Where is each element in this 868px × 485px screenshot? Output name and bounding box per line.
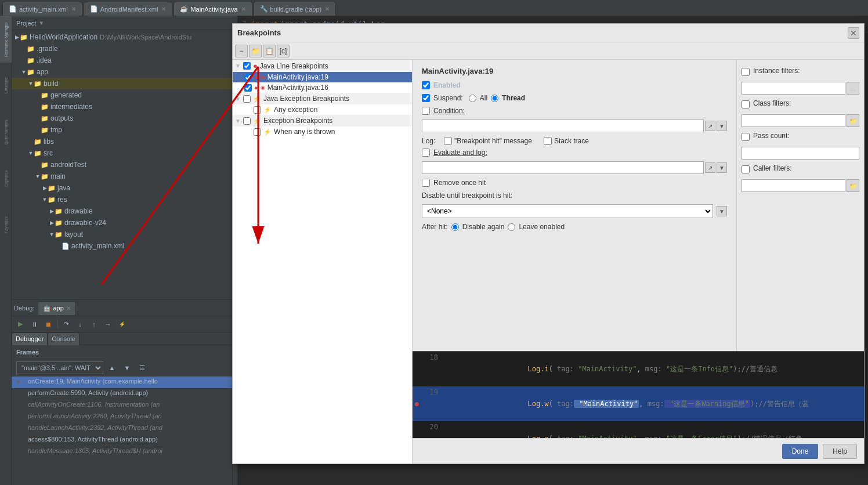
group-btn[interactable]: [c] bbox=[277, 45, 290, 57]
help-button[interactable]: Help bbox=[823, 444, 857, 459]
any-exception-checkbox[interactable] bbox=[254, 106, 261, 114]
bp-checkbox-16[interactable] bbox=[244, 84, 252, 92]
caller-filters-folder-btn[interactable]: 📁 bbox=[847, 179, 859, 192]
frame-item-2[interactable]: callActivityOnCreate:1106, Instrumentati… bbox=[12, 400, 232, 411]
frame-item-0[interactable]: ● onCreate:19, MainActivity (com.example… bbox=[12, 377, 232, 388]
tree-node-libs[interactable]: 📁 libs bbox=[12, 136, 237, 147]
remove-breakpoint-btn[interactable]: − bbox=[235, 45, 248, 57]
step-into-btn[interactable]: ↓ bbox=[74, 318, 86, 331]
tree-node-src[interactable]: ▼ 📁 src bbox=[12, 147, 237, 159]
tree-node-drawable[interactable]: ▶ 📁 drawable bbox=[12, 205, 237, 217]
tree-node-gradle[interactable]: 📁 .gradle bbox=[12, 43, 237, 55]
structure-tab[interactable]: Structure bbox=[0, 63, 12, 109]
frame-item-4[interactable]: handleLaunchActivity:2392, ActivityThrea… bbox=[12, 423, 232, 435]
disable-again-radio[interactable] bbox=[451, 223, 459, 231]
tree-node-intermediates[interactable]: 📁 intermediates bbox=[12, 101, 237, 113]
bp-item-when-any-thrown[interactable]: ⚡ When any is thrown bbox=[233, 126, 412, 137]
evaluate-expand-btn[interactable]: ↗ bbox=[705, 162, 715, 173]
debugger-sub-tab[interactable]: Debugger bbox=[12, 332, 48, 345]
resource-manager-tab[interactable]: Resource Manager bbox=[0, 16, 12, 63]
suspend-thread-radio[interactable] bbox=[491, 95, 498, 102]
bp-item-mainactivity-19[interactable]: ● ◉ MainActivity.java:19 bbox=[233, 72, 412, 82]
console-sub-tab[interactable]: Console bbox=[48, 332, 79, 345]
java-exception-header[interactable]: ▼ ⚡ Java Exception Breakpoints bbox=[233, 93, 412, 104]
tree-node-outputs[interactable]: 📁 outputs bbox=[12, 113, 237, 124]
stack-trace-checkbox[interactable] bbox=[544, 137, 552, 145]
project-header-icon[interactable]: ▼ bbox=[38, 20, 44, 26]
disable-dropdown-arrow[interactable]: ▼ bbox=[717, 206, 727, 216]
evaluate-btn[interactable]: ⚡ bbox=[115, 318, 128, 331]
class-filters-folder-btn[interactable]: 📁 bbox=[847, 114, 859, 127]
condition-expand-btn[interactable]: ↗ bbox=[705, 121, 715, 131]
tab-close-icon-2[interactable]: ✕ bbox=[161, 6, 166, 12]
bp-item-mainactivity-16[interactable]: ● ◉ MainActivity.java:16 bbox=[233, 82, 412, 93]
evaluate-log-checkbox[interactable] bbox=[422, 149, 430, 157]
thread-dropdown[interactable]: "main"@3,5...ain": WAIT bbox=[16, 361, 103, 374]
pass-count-checkbox[interactable] bbox=[742, 133, 750, 141]
instance-filters-folder-btn[interactable]: … bbox=[847, 82, 859, 95]
suspend-all-radio[interactable] bbox=[469, 95, 476, 102]
captures-tab[interactable]: Captures bbox=[0, 155, 12, 202]
step-out-btn[interactable]: ↑ bbox=[88, 318, 100, 331]
instance-filters-input[interactable] bbox=[742, 82, 845, 95]
tab-androidmanifest-xml[interactable]: 📄 AndroidManifest.xml ✕ bbox=[84, 2, 173, 16]
evaluate-input[interactable] bbox=[422, 161, 704, 174]
tree-node-res[interactable]: ▼ 📁 res bbox=[12, 194, 237, 205]
pause-btn[interactable]: ⏸ bbox=[28, 318, 41, 331]
tab-mainactivity-java[interactable]: ☕ MainActivity.java ✕ bbox=[173, 2, 252, 16]
export-breakpoints-btn[interactable]: 📁 bbox=[249, 45, 262, 57]
tab-build-gradle[interactable]: 🔧 build.gradle (:app) ✕ bbox=[254, 2, 337, 16]
pass-count-input[interactable] bbox=[742, 147, 859, 160]
disable-until-dropdown[interactable]: <None> bbox=[422, 204, 713, 218]
exception-breakpoints-header[interactable]: ▼ ⚡ Exception Breakpoints bbox=[233, 115, 412, 126]
frame-item-5[interactable]: access$800:153, ActivityThread (android.… bbox=[12, 435, 232, 446]
import-breakpoints-btn[interactable]: 📋 bbox=[263, 45, 276, 57]
tree-node-app[interactable]: ▼ 📁 app bbox=[12, 66, 237, 78]
instance-filters-checkbox[interactable] bbox=[742, 68, 750, 76]
enabled-checkbox[interactable] bbox=[422, 81, 430, 89]
tab-close-icon[interactable]: ✕ bbox=[71, 6, 76, 12]
tree-node-generated[interactable]: 📁 generated bbox=[12, 89, 237, 101]
tree-node-drawable-v24[interactable]: ▶ 📁 drawable-v24 bbox=[12, 217, 237, 229]
tree-node-activity-main-xml[interactable]: 📄 activity_main.xml bbox=[12, 240, 237, 252]
thread-down-btn[interactable]: ▼ bbox=[121, 361, 133, 374]
tree-node-root[interactable]: ▶ 📁 HelloWorldApplication D:\MyAll\WorkS… bbox=[12, 31, 237, 43]
dialog-close-button[interactable]: ✕ bbox=[848, 27, 859, 39]
condition-input[interactable] bbox=[422, 120, 704, 132]
step-over-btn[interactable]: ↷ bbox=[60, 318, 73, 331]
tree-node-idea[interactable]: 📁 .idea bbox=[12, 55, 237, 66]
frame-item-1[interactable]: performCreate:5990, Activity (android.ap… bbox=[12, 388, 232, 400]
tree-node-build[interactable]: ▼ 📁 build bbox=[12, 78, 237, 89]
bp-item-any-exception[interactable]: ⚡ Any exception bbox=[233, 104, 412, 115]
suspend-checkbox[interactable] bbox=[422, 94, 430, 102]
tree-node-androidtest[interactable]: 📁 androidTest bbox=[12, 159, 237, 171]
condition-checkbox[interactable] bbox=[422, 107, 430, 115]
class-filters-input[interactable] bbox=[742, 114, 845, 127]
bp-checkbox-19[interactable] bbox=[244, 74, 252, 81]
frame-item-6[interactable]: handleMessage:1305, ActivityThread$H (an… bbox=[12, 446, 232, 458]
breakpoint-hit-checkbox[interactable] bbox=[444, 137, 452, 145]
tree-node-layout[interactable]: ▼ 📁 layout bbox=[12, 229, 237, 240]
caller-filters-input[interactable] bbox=[742, 179, 845, 192]
tree-node-main[interactable]: ▼ 📁 main bbox=[12, 171, 237, 182]
tab-activity-main-xml[interactable]: 📄 activity_main.xml ✕ bbox=[2, 2, 82, 16]
thread-up-btn[interactable]: ▲ bbox=[106, 361, 118, 374]
java-exception-group-checkbox[interactable] bbox=[243, 95, 251, 103]
stop-btn[interactable]: ⏹ bbox=[42, 318, 55, 331]
exception-group-checkbox[interactable] bbox=[243, 117, 251, 125]
frame-item-3[interactable]: performLaunchActivity:2280, ActivityThre… bbox=[12, 411, 232, 423]
when-any-thrown-checkbox[interactable] bbox=[254, 128, 261, 136]
caller-filters-checkbox[interactable] bbox=[742, 165, 750, 173]
done-button[interactable]: Done bbox=[782, 444, 819, 459]
evaluate-dropdown-btn[interactable]: ▼ bbox=[717, 162, 727, 173]
resume-btn[interactable]: ▶ bbox=[14, 318, 27, 331]
thread-filter-btn[interactable]: ☰ bbox=[136, 361, 149, 374]
java-line-group-checkbox[interactable] bbox=[243, 62, 251, 70]
run-to-cursor-btn[interactable]: → bbox=[102, 318, 114, 331]
tab-close-icon-4[interactable]: ✕ bbox=[325, 6, 330, 12]
tree-node-tmp[interactable]: 📁 tmp bbox=[12, 124, 237, 136]
tree-node-java[interactable]: ▶ 📁 java bbox=[12, 182, 237, 194]
java-line-breakpoints-header[interactable]: ▼ ● Java Line Breakpoints bbox=[233, 60, 412, 72]
class-filters-checkbox[interactable] bbox=[742, 100, 750, 108]
remove-once-hit-checkbox[interactable] bbox=[422, 179, 430, 187]
